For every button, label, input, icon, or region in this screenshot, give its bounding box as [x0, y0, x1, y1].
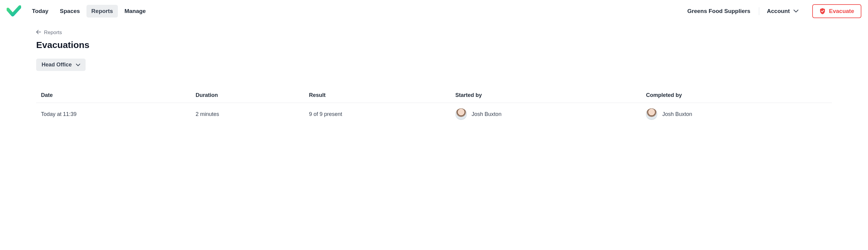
- arrow-left-icon: [36, 30, 41, 36]
- nav-manage[interactable]: Manage: [120, 5, 151, 18]
- page-title: Evacuations: [36, 40, 832, 50]
- user-name: Josh Buxton: [472, 111, 501, 117]
- cell-started-by: Josh Buxton: [451, 103, 641, 126]
- avatar: [456, 108, 467, 120]
- col-duration: Duration: [191, 88, 304, 103]
- cell-date: Today at 11:39: [36, 103, 191, 126]
- nav-today[interactable]: Today: [27, 5, 53, 18]
- location-filter-label: Head Office: [41, 62, 72, 68]
- nav-spaces[interactable]: Spaces: [55, 5, 85, 18]
- nav-primary: Today Spaces Reports Manage: [27, 5, 151, 18]
- breadcrumb-label: Reports: [44, 30, 62, 36]
- main-content: Reports Evacuations Head Office Date Dur…: [0, 22, 868, 137]
- user-name: Josh Buxton: [662, 111, 692, 117]
- avatar: [646, 108, 657, 120]
- breadcrumb-back[interactable]: Reports: [36, 28, 62, 37]
- account-menu[interactable]: Account: [762, 5, 804, 18]
- col-completed-by: Completed by: [641, 88, 832, 103]
- cell-duration: 2 minutes: [191, 103, 304, 126]
- table-header-row: Date Duration Result Started by Complete…: [36, 88, 832, 103]
- account-label: Account: [767, 8, 790, 15]
- chevron-down-icon: [794, 10, 798, 13]
- col-date: Date: [36, 88, 191, 103]
- chevron-down-icon: [76, 62, 80, 68]
- evacuate-button[interactable]: Evacuate: [812, 4, 861, 18]
- app-logo[interactable]: [7, 4, 21, 18]
- divider: [759, 7, 759, 15]
- org-name: Greens Food Suppliers: [681, 8, 756, 15]
- filter-row: Head Office: [36, 59, 832, 71]
- cell-result: 9 of 9 present: [304, 103, 451, 126]
- col-started-by: Started by: [451, 88, 641, 103]
- logo-check-icon: [7, 5, 21, 17]
- top-nav: Today Spaces Reports Manage Greens Food …: [0, 0, 868, 22]
- location-filter[interactable]: Head Office: [36, 59, 86, 71]
- nav-reports[interactable]: Reports: [87, 5, 118, 18]
- table-row[interactable]: Today at 11:39 2 minutes 9 of 9 present …: [36, 103, 832, 126]
- shield-check-icon: [819, 8, 826, 15]
- evacuations-table: Date Duration Result Started by Complete…: [36, 88, 832, 125]
- evacuate-label: Evacuate: [829, 8, 854, 15]
- col-result: Result: [304, 88, 451, 103]
- cell-completed-by: Josh Buxton: [641, 103, 832, 126]
